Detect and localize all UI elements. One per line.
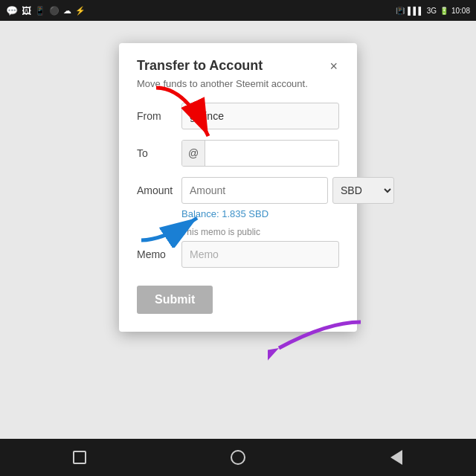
whatsapp-icon: 📱 bbox=[35, 6, 45, 16]
status-right: 📳 ▌▌▌ 3G 🔋 10:08 bbox=[396, 7, 470, 15]
memo-label: Memo bbox=[137, 248, 181, 260]
messenger-icon: 💬 bbox=[6, 5, 18, 16]
memo-section: This memo is public Memo bbox=[137, 227, 339, 268]
from-label: From bbox=[137, 110, 181, 122]
status-icons: 💬 🖼 📱 ⚫ ☁ ⚡ bbox=[6, 5, 86, 16]
signal-icon: ▌▌▌ bbox=[408, 7, 423, 15]
modal-title: Transfer to Account bbox=[137, 58, 263, 74]
time-display: 10:08 bbox=[451, 7, 470, 15]
from-input[interactable] bbox=[181, 103, 339, 129]
memo-input[interactable] bbox=[181, 241, 339, 268]
square-icon bbox=[73, 451, 86, 464]
submit-button[interactable]: Submit bbox=[137, 286, 213, 314]
cloud-icon: ☁ bbox=[63, 6, 71, 16]
amount-input[interactable] bbox=[181, 177, 328, 204]
memo-row: Memo bbox=[137, 241, 339, 268]
amount-row: Amount SBD STEEM bbox=[137, 177, 339, 204]
network-icon: 3G bbox=[427, 7, 437, 15]
balance-text[interactable]: Balance: 1.835 SBD bbox=[181, 208, 339, 219]
amount-input-group: SBD STEEM bbox=[181, 177, 394, 204]
modal-subtitle: Move funds to another Steemit account. bbox=[137, 78, 339, 89]
to-row: To @ bbox=[137, 140, 339, 167]
vibrate-icon: 📳 bbox=[396, 7, 405, 15]
purple-arrow bbox=[268, 307, 364, 367]
at-symbol: @ bbox=[182, 141, 205, 166]
lightning-icon: ⚡ bbox=[75, 6, 86, 16]
amount-label: Amount bbox=[137, 184, 181, 196]
modal-header: Transfer to Account × bbox=[137, 58, 339, 74]
image-icon: 🖼 bbox=[22, 5, 31, 16]
back-icon bbox=[390, 450, 402, 465]
to-input-wrapper: @ bbox=[181, 140, 339, 167]
transfer-modal: Transfer to Account × Move funds to anot… bbox=[119, 43, 357, 332]
from-row: From bbox=[137, 103, 339, 129]
close-button[interactable]: × bbox=[328, 60, 339, 73]
to-input[interactable] bbox=[205, 141, 339, 166]
status-bar: 💬 🖼 📱 ⚫ ☁ ⚡ 📳 ▌▌▌ 3G 🔋 10:08 bbox=[0, 0, 476, 21]
navigation-bar bbox=[0, 439, 476, 476]
screen: Transfer to Account × Move funds to anot… bbox=[0, 21, 476, 439]
ball-icon: ⚫ bbox=[49, 6, 60, 16]
home-icon bbox=[231, 450, 245, 465]
battery-icon: 🔋 bbox=[440, 7, 448, 15]
to-label: To bbox=[137, 147, 181, 159]
recent-apps-button[interactable] bbox=[65, 446, 94, 469]
home-button[interactable] bbox=[223, 446, 253, 469]
currency-select[interactable]: SBD STEEM bbox=[332, 177, 394, 204]
back-button[interactable] bbox=[382, 446, 411, 469]
memo-public-label: This memo is public bbox=[181, 227, 339, 237]
